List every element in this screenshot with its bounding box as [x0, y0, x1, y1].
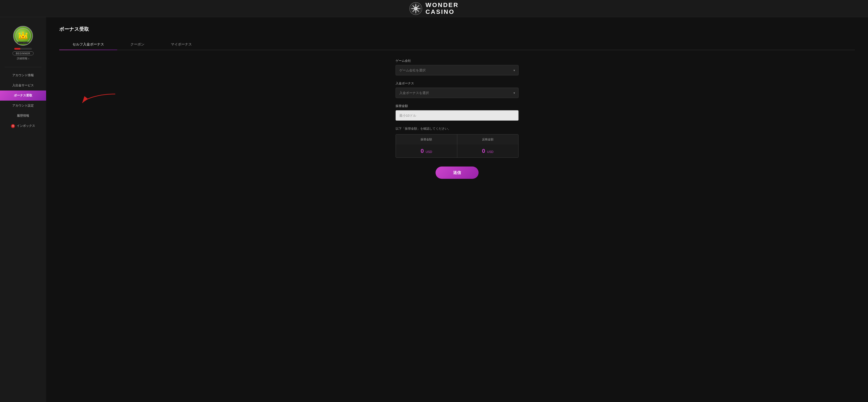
- svg-point-7: [415, 7, 417, 10]
- tab-coupon-label: クーポン: [130, 42, 145, 46]
- form-section: ゲーム会社 ゲーム会社を選択 ▾ 入金ボーナス 入金ボーナスを選択 ▾: [396, 59, 519, 179]
- svg-point-10: [417, 8, 421, 9]
- transfer-amount-value: 0: [421, 148, 424, 154]
- svg-point-8: [415, 4, 416, 7]
- deposit-bonus-label: 入金ボーナス: [396, 82, 519, 85]
- summary-value-row: 0 USD 0 USD: [396, 145, 518, 157]
- sidebar-label-bonus: ボーナス受取: [14, 93, 32, 97]
- submit-section: 送信: [396, 167, 519, 179]
- logo-text: WONDER CASINO: [426, 2, 459, 16]
- reflected-amount-value: 0: [482, 148, 485, 154]
- crown-icon: [19, 32, 27, 40]
- sidebar: BEGINNER BEGINNER 詳細情報 › アカウント情報 入出金サービス: [0, 17, 46, 402]
- sidebar-label-account-settings: アカウント設定: [12, 104, 34, 107]
- logo-wonder: WONDER: [426, 2, 459, 8]
- game-company-select-wrapper: ゲーム会社を選択 ▾: [396, 65, 519, 75]
- game-company-select[interactable]: ゲーム会社を選択: [396, 65, 519, 75]
- deposit-bonus-select-wrapper: 入金ボーナスを選択 ▾: [396, 88, 519, 98]
- avatar: BEGINNER: [13, 26, 33, 46]
- reflected-amount-currency: USD: [487, 150, 494, 153]
- summary-col2-value: 0 USD: [457, 145, 519, 157]
- chevron-right-icon: ›: [28, 57, 29, 60]
- sidebar-item-history[interactable]: 履歴情報: [0, 111, 46, 121]
- sidebar-item-account-info[interactable]: アカウント情報: [0, 70, 46, 80]
- svg-point-21: [22, 36, 24, 37]
- deposit-bonus-select[interactable]: 入金ボーナスを選択: [396, 88, 519, 98]
- arrow-annotation: [81, 92, 116, 109]
- tab-self-deposit-label: セルフ入金ボーナス: [72, 42, 104, 46]
- xp-bar-fill: [14, 48, 21, 50]
- summary-col2-header: 反映金額: [457, 135, 519, 145]
- summary-col1-header: 振替金額: [396, 135, 457, 145]
- xp-bar: [14, 48, 32, 50]
- transfer-amount-label: 振替金額: [396, 104, 519, 108]
- sidebar-item-deposit-withdrawal[interactable]: 入出金サービス: [0, 80, 46, 90]
- game-company-group: ゲーム会社 ゲーム会社を選択 ▾: [396, 59, 519, 75]
- sidebar-item-inbox[interactable]: 4 インボックス: [0, 121, 46, 131]
- confirm-note: 以下「振替金額」を確認してください。: [396, 127, 519, 131]
- tab-my-bonus[interactable]: マイボーナス: [158, 39, 205, 50]
- sidebar-label-deposit-withdrawal: 入出金サービス: [12, 84, 34, 87]
- tabs-container: セルフ入金ボーナス クーポン マイボーナス: [59, 39, 855, 50]
- logo: WONDER CASINO: [409, 2, 459, 16]
- tab-coupon[interactable]: クーポン: [117, 39, 158, 50]
- transfer-amount-currency: USD: [426, 150, 432, 153]
- logo-icon: [409, 2, 422, 15]
- svg-point-23: [25, 37, 26, 37]
- transfer-amount-input[interactable]: [396, 110, 519, 121]
- deposit-bonus-group: 入金ボーナス 入金ボーナスを選択 ▾: [396, 82, 519, 98]
- avatar-rank-label: BEGINNER: [18, 42, 29, 44]
- main-layout: BEGINNER BEGINNER 詳細情報 › アカウント情報 入出金サービス: [0, 17, 868, 402]
- avatar-section: BEGINNER BEGINNER 詳細情報 ›: [0, 22, 46, 64]
- sidebar-label-account-info: アカウント情報: [12, 74, 34, 77]
- sidebar-label-history: 履歴情報: [17, 114, 29, 117]
- detail-link[interactable]: 詳細情報 ›: [17, 57, 29, 60]
- svg-point-22: [20, 37, 21, 37]
- summary-header-row: 振替金額 反映金額: [396, 135, 518, 145]
- header: WONDER CASINO: [0, 0, 868, 17]
- main-content: ボーナス受取 セルフ入金ボーナス クーポン マイボーナス ゲーム会社 ゲーム会社…: [46, 17, 868, 402]
- sidebar-nav: アカウント情報 入出金サービス ボーナス受取 アカウント設定 履歴情報 4 イン…: [0, 70, 46, 131]
- tab-my-bonus-label: マイボーナス: [171, 42, 192, 46]
- sidebar-label-inbox: インボックス: [17, 124, 35, 127]
- avatar-inner: [16, 28, 31, 44]
- inbox-badge: 4: [11, 124, 15, 128]
- svg-point-14: [411, 8, 414, 9]
- game-company-label: ゲーム会社: [396, 59, 519, 63]
- page-title: ボーナス受取: [59, 26, 855, 32]
- tab-self-deposit[interactable]: セルフ入金ボーナス: [59, 39, 117, 50]
- sidebar-item-account-settings[interactable]: アカウント設定: [0, 100, 46, 111]
- detail-link-text: 詳細情報: [17, 57, 27, 60]
- logo-casino: CASINO: [426, 8, 459, 16]
- summary-col1-value: 0 USD: [396, 145, 457, 157]
- user-rank-badge: BEGINNER: [12, 51, 33, 55]
- transfer-amount-group: 振替金額: [396, 104, 519, 121]
- svg-rect-20: [19, 38, 27, 39]
- summary-table: 振替金額 反映金額 0 USD 0 USD: [396, 134, 519, 158]
- sidebar-item-bonus[interactable]: ボーナス受取: [0, 90, 46, 100]
- submit-button[interactable]: 送信: [436, 167, 478, 179]
- svg-point-12: [415, 10, 416, 13]
